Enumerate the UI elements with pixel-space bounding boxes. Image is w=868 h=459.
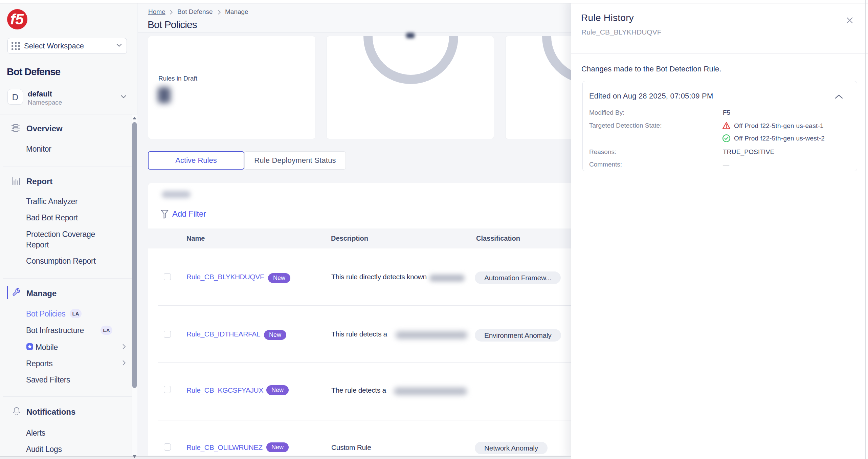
svg-text:f5: f5 (10, 10, 24, 28)
